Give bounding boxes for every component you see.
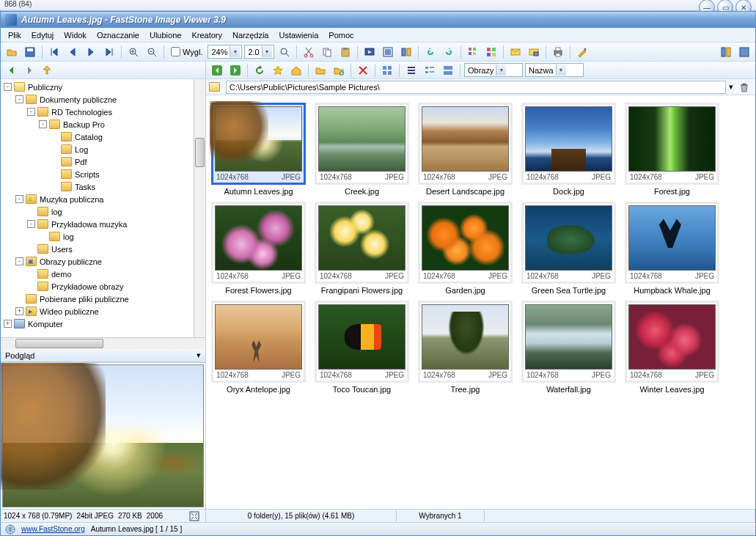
preview-menu-icon[interactable]: ▾	[197, 350, 201, 360]
cut-button[interactable]	[301, 44, 317, 60]
nav-fwd-button[interactable]	[227, 62, 243, 78]
menu-widok[interactable]: Widok	[59, 29, 91, 41]
tree-item[interactable]: log	[1, 205, 205, 218]
thumb-item[interactable]: 1024x768JPEGWaterfall.jpg	[519, 299, 618, 395]
titlebar[interactable]: Autumn Leaves.jpg - FastStone Image View…	[1, 12, 755, 28]
menu-narzędzia[interactable]: Narzędzia	[228, 29, 274, 41]
zoom-out-button[interactable]	[144, 44, 160, 60]
tree-item[interactable]: Pdf	[1, 155, 205, 168]
tree-item[interactable]: -Muzyka publiczna	[1, 193, 205, 205]
tree-item[interactable]: -Przykładowa muzyka	[1, 218, 205, 230]
settings-button[interactable]	[574, 44, 590, 60]
menu-edytuj[interactable]: Edytuj	[27, 29, 59, 41]
filter-dropdown[interactable]: Obrazy▾	[464, 63, 523, 77]
scrollbar-thumb[interactable]	[195, 138, 205, 167]
grid-small-button[interactable]	[465, 44, 481, 60]
zoom-percent-dropdown[interactable]: 24%▾	[208, 45, 242, 59]
slideshow-button[interactable]	[362, 44, 378, 60]
rotate-left-button[interactable]	[422, 44, 438, 60]
next-button[interactable]	[83, 44, 99, 60]
tree-item[interactable]: Tasks	[1, 180, 205, 193]
open-folder-button[interactable]	[312, 62, 329, 78]
thumb-item[interactable]: 1024x768JPEGCreek.jpg	[312, 101, 411, 197]
zoom-in-button[interactable]	[125, 44, 142, 60]
menu-kreatory[interactable]: Kreatory	[187, 29, 227, 41]
tree-hscroll[interactable]	[1, 337, 205, 349]
print-button[interactable]	[550, 44, 566, 60]
fullscreen-button[interactable]	[380, 44, 396, 60]
thumb-item[interactable]: 1024x768JPEGAutumn Leaves.jpg	[209, 101, 308, 197]
thumb-item[interactable]: 1024x768JPEGFrangipani Flowers.jpg	[312, 200, 411, 296]
prev-button[interactable]	[65, 44, 81, 60]
tree-fwd-button[interactable]	[21, 62, 37, 78]
thumb-item[interactable]: 1024x768JPEGForest Flowers.jpg	[209, 200, 308, 296]
tree-item[interactable]: Users	[1, 243, 205, 255]
tree-item[interactable]: -Publiczny	[1, 81, 205, 93]
thumb-item[interactable]: 1024x768JPEGDock.jpg	[519, 101, 618, 197]
view-detail-button[interactable]	[422, 62, 438, 78]
collapse-icon[interactable]: -	[39, 120, 47, 128]
nav-back-button[interactable]	[209, 62, 225, 78]
thumb-item[interactable]: 1024x768JPEGHumpback Whale.jpg	[623, 200, 722, 296]
tree-back-button[interactable]	[4, 62, 20, 78]
new-folder-button[interactable]	[331, 62, 347, 78]
collapse-icon[interactable]: -	[15, 95, 23, 103]
home-button[interactable]	[288, 62, 304, 78]
preview-pane[interactable]	[1, 362, 205, 509]
zoom-lock-button[interactable]	[276, 44, 293, 60]
expand-icon[interactable]: +	[15, 307, 23, 315]
tree-up-button[interactable]	[39, 62, 55, 78]
collapse-icon[interactable]: -	[15, 257, 23, 265]
delete-button[interactable]	[355, 62, 371, 78]
collapse-icon[interactable]: -	[4, 83, 12, 91]
expand-icon[interactable]: +	[4, 320, 12, 328]
tree-item[interactable]: -RD Technologies	[1, 106, 205, 118]
address-dd-icon[interactable]: ▾	[729, 82, 733, 92]
menu-ulubione[interactable]: Ulubione	[145, 29, 186, 41]
layout-1-button[interactable]	[718, 44, 734, 60]
tree-item[interactable]: -Dokumenty publiczne	[1, 93, 205, 106]
thumbnail-grid[interactable]: 1024x768JPEGAutumn Leaves.jpg1024x768JPE…	[206, 95, 755, 509]
info-fit-icon[interactable]	[186, 508, 202, 523]
view-list-button[interactable]	[403, 62, 419, 78]
tree-item[interactable]: +Komputer	[1, 317, 205, 330]
thumb-item[interactable]: 1024x768JPEGGarden.jpg	[416, 200, 515, 296]
last-button[interactable]	[101, 44, 117, 60]
website-link[interactable]: www.FastStone.org	[21, 525, 85, 533]
copy-button[interactable]	[319, 44, 335, 60]
thumb-item[interactable]: 1024x768JPEGDesert Landscape.jpg	[416, 101, 515, 197]
mail-img-button[interactable]	[526, 44, 542, 60]
open-button[interactable]	[4, 44, 20, 60]
folder-tree[interactable]: -Publiczny-Dokumenty publiczne-RD Techno…	[1, 79, 205, 337]
tree-item[interactable]: demo	[1, 268, 205, 280]
collapse-icon[interactable]: -	[27, 220, 35, 228]
collapse-icon[interactable]: -	[15, 195, 23, 203]
trash-button[interactable]	[736, 79, 752, 95]
favorite-button[interactable]	[270, 62, 286, 78]
collapse-icon[interactable]: -	[27, 108, 35, 116]
thumb-item[interactable]: 1024x768JPEGOryx Antelope.jpg	[209, 299, 308, 395]
tree-item[interactable]: Catalog	[1, 131, 205, 143]
mail-button[interactable]	[507, 44, 524, 60]
grid-large-button[interactable]	[483, 44, 499, 60]
thumb-item[interactable]: 1024x768JPEGTree.jpg	[416, 299, 515, 395]
tree-item[interactable]: -Obrazy publiczne	[1, 255, 205, 268]
menu-pomoc[interactable]: Pomoc	[324, 29, 358, 41]
tree-item[interactable]: -Backup Pro	[1, 118, 205, 131]
first-button[interactable]	[46, 44, 62, 60]
zoom-factor-dropdown[interactable]: 2.0▾	[244, 45, 274, 59]
tree-item[interactable]: +Wideo publiczne	[1, 305, 205, 317]
thumb-item[interactable]: 1024x768JPEGGreen Sea Turtle.jpg	[519, 200, 618, 296]
view-checkbox[interactable]: Wygl.	[168, 47, 205, 56]
paste-button[interactable]	[337, 44, 353, 60]
menu-oznaczanie[interactable]: Oznaczanie	[92, 29, 144, 41]
rotate-right-button[interactable]	[441, 44, 457, 60]
layout-2-button[interactable]	[736, 44, 752, 60]
thumb-item[interactable]: 1024x768JPEGForest.jpg	[623, 101, 722, 197]
tree-item[interactable]: Pobierane pliki publiczne	[1, 293, 205, 305]
thumb-item[interactable]: 1024x768JPEGWinter Leaves.jpg	[623, 299, 722, 395]
menu-plik[interactable]: Plik	[4, 29, 26, 41]
tree-item[interactable]: Przykładowe obrazy	[1, 280, 205, 293]
menu-ustawienia[interactable]: Ustawienia	[275, 29, 323, 41]
tree-item[interactable]: Log	[1, 143, 205, 155]
